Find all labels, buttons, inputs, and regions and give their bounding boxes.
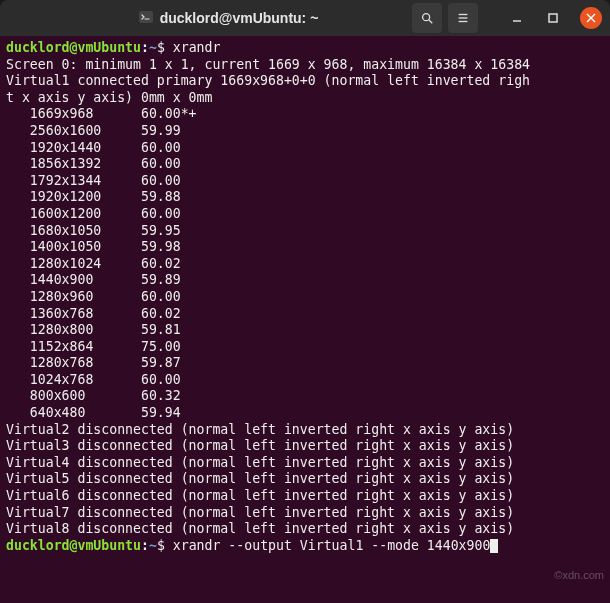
titlebar: ducklord@vmUbuntu: ~ <box>0 0 610 36</box>
terminal-body[interactable]: ducklord@vmUbuntu:~$ xrandr Screen 0: mi… <box>0 36 610 603</box>
output-virtual1-b: t x axis y axis) 0mm x 0mm <box>6 90 212 105</box>
mode-row: 1024x768 60.00 <box>6 372 181 387</box>
mode-row: 1400x1050 59.98 <box>6 239 181 254</box>
mode-row: 1920x1200 59.88 <box>6 189 181 204</box>
mode-row: 1680x1050 59.95 <box>6 223 181 238</box>
prompt-user: ducklord@vmUbuntu <box>6 538 141 553</box>
terminal-window: ducklord@vmUbuntu: ~ ducklord@vmUbuntu:~… <box>0 0 610 603</box>
mode-row: 1792x1344 60.00 <box>6 173 181 188</box>
disconnected-line: Virtual8 disconnected (normal left inver… <box>6 521 514 536</box>
disconnected-line: Virtual3 disconnected (normal left inver… <box>6 438 514 453</box>
disconnected-line: Virtual2 disconnected (normal left inver… <box>6 422 514 437</box>
mode-row: 1856x1392 60.00 <box>6 156 181 171</box>
close-button[interactable] <box>580 7 602 29</box>
mode-row: 1920x1440 60.00 <box>6 140 181 155</box>
command-1: xrandr <box>173 40 221 55</box>
command-2: xrandr --output Virtual1 --mode 1440x900 <box>173 538 491 553</box>
prompt-colon: : <box>141 40 149 55</box>
svg-point-1 <box>423 14 430 21</box>
mode-row: 1669x968 60.00*+ <box>6 106 197 121</box>
terminal-icon <box>138 9 154 28</box>
mode-row: 1600x1200 60.00 <box>6 206 181 221</box>
disconnected-line: Virtual5 disconnected (normal left inver… <box>6 471 514 486</box>
mode-row: 2560x1600 59.99 <box>6 123 181 138</box>
prompt-dollar: $ <box>157 40 165 55</box>
prompt-user: ducklord@vmUbuntu <box>6 40 141 55</box>
mode-row: 1280x768 59.87 <box>6 355 181 370</box>
menu-button[interactable] <box>448 3 478 33</box>
prompt-dollar: $ <box>157 538 165 553</box>
cursor <box>490 539 498 553</box>
disconnected-line: Virtual7 disconnected (normal left inver… <box>6 505 514 520</box>
title-text: ducklord@vmUbuntu: ~ <box>160 10 319 26</box>
watermark: ©xdn.com <box>554 569 604 581</box>
disconnected-line: Virtual6 disconnected (normal left inver… <box>6 488 514 503</box>
mode-row: 1360x768 60.02 <box>6 306 181 321</box>
mode-row: 1152x864 75.00 <box>6 339 181 354</box>
mode-list: 1669x968 60.00*+ 2560x1600 59.99 1920x14… <box>6 106 197 420</box>
disconnected-line: Virtual4 disconnected (normal left inver… <box>6 455 514 470</box>
prompt-path: ~ <box>149 40 157 55</box>
svg-rect-0 <box>139 11 153 23</box>
mode-row: 1280x800 59.81 <box>6 322 181 337</box>
search-button[interactable] <box>412 3 442 33</box>
mode-row: 800x600 60.32 <box>6 388 181 403</box>
minimize-button[interactable] <box>502 3 532 33</box>
mode-row: 1280x960 60.00 <box>6 289 181 304</box>
output-screen: Screen 0: minimum 1 x 1, current 1669 x … <box>6 57 530 72</box>
prompt-colon: : <box>141 538 149 553</box>
maximize-button[interactable] <box>538 3 568 33</box>
svg-rect-7 <box>549 14 557 22</box>
output-virtual1-a: Virtual1 connected primary 1669x968+0+0 … <box>6 73 530 88</box>
mode-row: 640x480 59.94 <box>6 405 181 420</box>
svg-line-2 <box>429 20 433 24</box>
window-title: ducklord@vmUbuntu: ~ <box>50 9 406 28</box>
mode-row: 1440x900 59.89 <box>6 272 181 287</box>
mode-row: 1280x1024 60.02 <box>6 256 181 271</box>
prompt-path: ~ <box>149 538 157 553</box>
